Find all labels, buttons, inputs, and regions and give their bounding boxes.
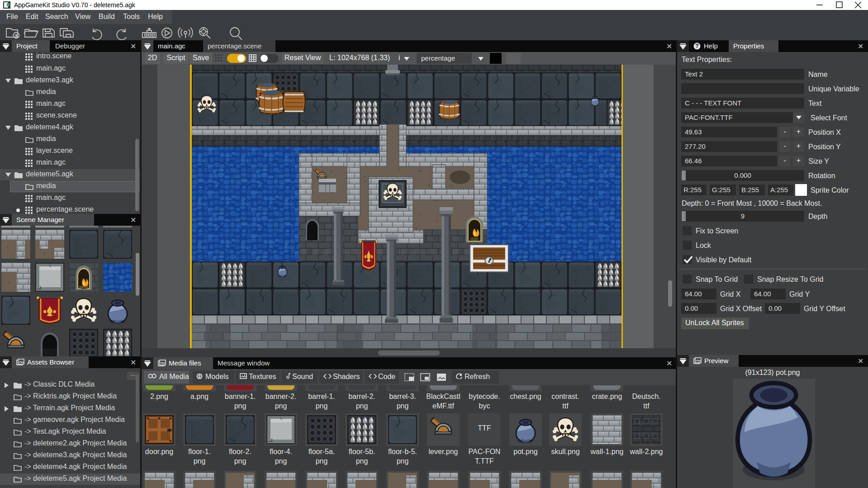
svg-text:?: ? — [695, 43, 698, 49]
